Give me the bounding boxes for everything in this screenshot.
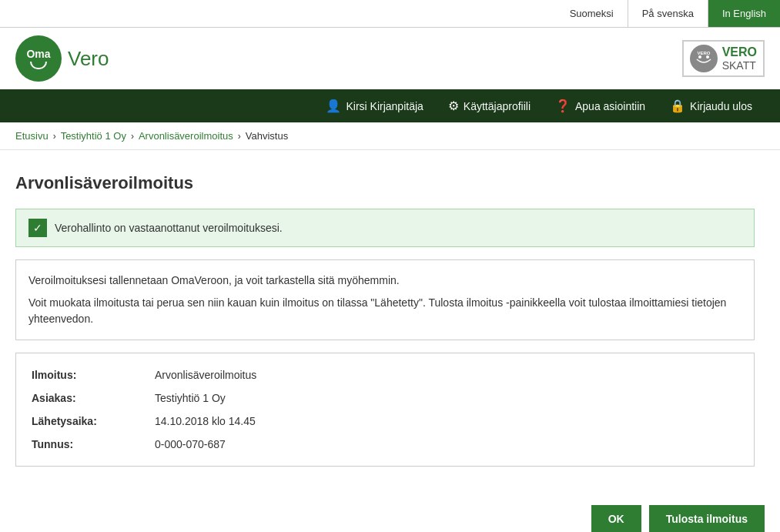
help-icon: ❓ [555, 99, 571, 113]
details-box: Ilmoitus: Arvonlisäveroilmoitus Asiakas:… [15, 353, 755, 467]
asiakas-label: Asiakas: [32, 392, 155, 404]
detail-row-asiakas: Asiakas: Testiyhtiö 1 Oy [32, 392, 738, 404]
svg-point-3 [706, 55, 709, 59]
ilmoitus-label: Ilmoitus: [32, 369, 155, 381]
nav-help[interactable]: ❓ Apua asiointiin [543, 89, 658, 122]
oma-text: Oma [26, 48, 50, 61]
info-line-1: Veroilmoituksesi tallennetaan OmaVeroon,… [28, 273, 742, 289]
breadcrumb: Etusivu › Testiyhtiö 1 Oy › Arvonlisäver… [0, 122, 780, 150]
vero-skatt-logo: VERO VERO SKATT [682, 40, 765, 77]
lang-english[interactable]: In English [708, 0, 780, 27]
breadcrumb-home[interactable]: Etusivu [15, 130, 49, 142]
main-content: Arvonlisäveroilmoitus ✓ Verohallinto on … [0, 150, 770, 490]
user-icon: 👤 [326, 99, 341, 113]
vero-skatt-text: VERO SKATT [722, 45, 757, 72]
page-title: Arvonlisäveroilmoitus [15, 173, 755, 193]
print-button[interactable]: Tulosta ilmoitus [649, 505, 765, 532]
nav-bar: 👤 Kirsi Kirjanpitäja ⚙ Käyttäjaprofiili … [0, 89, 780, 122]
breadcrumb-declaration[interactable]: Arvonlisäveroilmoitus [139, 130, 233, 142]
ok-button[interactable]: OK [591, 505, 641, 532]
lahetysaika-value: 14.10.2018 klo 14.45 [155, 415, 256, 427]
nav-logout-label: Kirjaudu ulos [690, 100, 752, 112]
tunnus-label: Tunnus: [32, 438, 155, 450]
detail-row-ilmoitus: Ilmoitus: Arvonlisäveroilmoitus [32, 369, 738, 381]
breadcrumb-current: Vahvistus [246, 130, 288, 142]
nav-user-label: Kirsi Kirjanpitäja [346, 100, 423, 112]
breadcrumb-sep-3: › [238, 131, 241, 142]
lock-icon: 🔒 [670, 99, 685, 113]
skatt-label: SKATT [722, 59, 756, 72]
detail-row-lahetysaika: Lähetysaika: 14.10.2018 klo 14.45 [32, 415, 738, 427]
vero-label: VERO [722, 45, 757, 59]
info-line-2: Voit muokata ilmoitusta tai perua sen ni… [28, 295, 742, 327]
lang-suomeksi[interactable]: Suomeksi [556, 0, 628, 27]
footer-buttons: OK Tulosta ilmoitus [0, 490, 780, 532]
vero-text: Vero [68, 47, 109, 71]
logo-left: Oma Vero [15, 35, 109, 82]
nav-profile-label: Käyttäjaprofiili [464, 100, 531, 112]
logo-header: Oma Vero VERO VERO SKATT [0, 28, 780, 89]
oma-logo: Oma [15, 35, 62, 82]
lahetysaika-label: Lähetysaika: [32, 415, 155, 427]
detail-row-tunnus: Tunnus: 0-000-070-687 [32, 438, 738, 450]
lang-svenska[interactable]: På svenska [628, 0, 708, 27]
info-box: Veroilmoituksesi tallennetaan OmaVeroon,… [15, 259, 755, 340]
nav-logout[interactable]: 🔒 Kirjaudu ulos [658, 89, 765, 122]
smile-icon [30, 62, 47, 69]
svg-text:VERO: VERO [697, 51, 710, 55]
vero-skatt-icon: VERO [690, 45, 718, 72]
gear-icon: ⚙ [448, 99, 459, 113]
breadcrumb-sep-2: › [131, 131, 134, 142]
breadcrumb-sep-1: › [53, 131, 56, 142]
nav-help-label: Apua asiointiin [575, 100, 645, 112]
nav-profile[interactable]: ⚙ Käyttäjaprofiili [436, 89, 543, 122]
nav-user[interactable]: 👤 Kirsi Kirjanpitäja [313, 89, 435, 122]
success-message: Verohallinto on vastaanottanut veroilmoi… [55, 222, 283, 234]
language-bar: Suomeksi På svenska In English [0, 0, 780, 28]
success-box: ✓ Verohallinto on vastaanottanut veroilm… [15, 209, 755, 247]
check-icon: ✓ [28, 219, 47, 237]
asiakas-value: Testiyhtiö 1 Oy [155, 392, 226, 404]
svg-point-2 [698, 55, 701, 59]
breadcrumb-company[interactable]: Testiyhtiö 1 Oy [61, 130, 126, 142]
tunnus-value: 0-000-070-687 [155, 438, 226, 450]
ilmoitus-value: Arvonlisäveroilmoitus [155, 369, 256, 381]
